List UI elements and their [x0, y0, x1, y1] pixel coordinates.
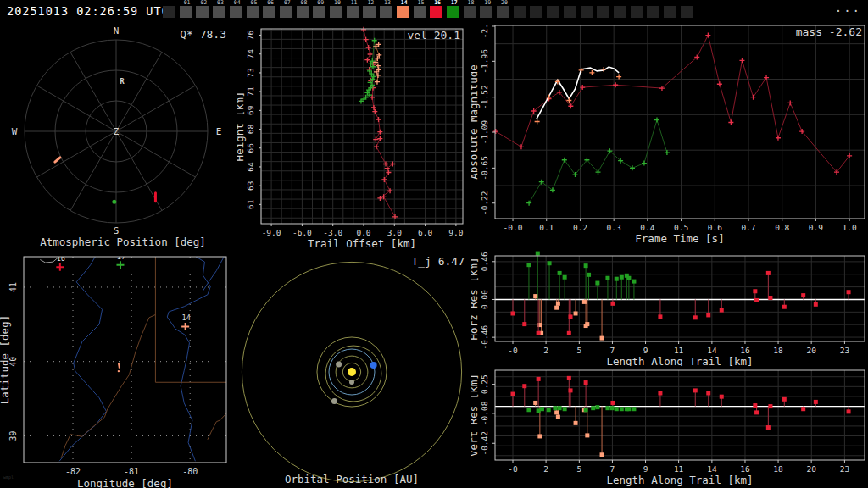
- frame-box-label: 17: [451, 0, 458, 6]
- watermark: wmpl: [3, 474, 14, 480]
- frame-box-11[interactable]: [347, 6, 359, 18]
- horz-res-red: [511, 271, 851, 336]
- frame-box-label: 03: [217, 0, 224, 6]
- tick-labels: -025791114161820230.25-0.08-0.42: [480, 374, 849, 474]
- frame-box-01[interactable]: [180, 6, 192, 18]
- map-chart: 161714-82-81-80414039Longitude [deg]Lati…: [0, 251, 237, 488]
- horz-res-panel: -025791114161820230.460.00-0.46Length Al…: [471, 251, 868, 366]
- frame-box-label: 18: [468, 0, 475, 6]
- zenith-label: Z: [114, 126, 120, 137]
- compass-e: E: [216, 126, 222, 137]
- frame-range-underline: [263, 19, 461, 19]
- frame-box-u22[interactable]: [530, 6, 542, 18]
- light-curve-red: [493, 33, 852, 175]
- station-marker-label: 14: [182, 313, 191, 322]
- frame-box-03[interactable]: [213, 6, 225, 18]
- light-curve-orange: [535, 67, 621, 125]
- river-0: [59, 257, 106, 461]
- frame-box-16[interactable]: [430, 6, 442, 18]
- tisserand-stat: T_j 6.47: [411, 255, 465, 268]
- svg-text:73: 73: [246, 68, 255, 77]
- svg-text:-9.0: -9.0: [262, 228, 281, 237]
- gridlines: [495, 370, 865, 460]
- svg-text:11: 11: [674, 464, 684, 474]
- svg-text:-0.08: -0.08: [480, 401, 489, 425]
- frame-box-14[interactable]: [397, 6, 409, 18]
- frame-box-06[interactable]: [263, 6, 275, 18]
- svg-text:-82: -82: [65, 467, 81, 476]
- frame-box-label: 10: [334, 0, 341, 6]
- svg-text:68: 68: [246, 125, 255, 135]
- svg-text:1.0: 1.0: [843, 223, 857, 232]
- map-grid: [24, 257, 226, 463]
- magnitude-stat: mass -2.62: [796, 25, 862, 38]
- frame-box-u0[interactable]: [163, 6, 175, 18]
- frame-box-15[interactable]: [414, 6, 426, 18]
- svg-text:6.0: 6.0: [418, 228, 432, 237]
- x-axis-title: Trail Offset [km]: [308, 237, 416, 250]
- frame-box-u28[interactable]: [631, 6, 643, 18]
- frame-box-label: 12: [367, 0, 374, 6]
- frame-box-u27[interactable]: [614, 6, 626, 18]
- svg-text:0.6: 0.6: [708, 223, 722, 232]
- frame-box-02[interactable]: [196, 6, 209, 18]
- frame-box-19[interactable]: [480, 6, 492, 18]
- svg-text:61: 61: [246, 199, 255, 209]
- frame-box-u30[interactable]: [664, 6, 676, 18]
- axes-frame: [495, 370, 865, 460]
- svg-text:-0.0: -0.0: [504, 223, 523, 232]
- vert_res-chart: -025791114161820230.25-0.08-0.42Length A…: [471, 366, 868, 488]
- svg-text:-80: -80: [182, 467, 198, 476]
- svg-text:9: 9: [643, 464, 648, 474]
- svg-text:-0.42: -0.42: [480, 431, 489, 456]
- lake-shore: [40, 258, 58, 263]
- utc-timestamp: 20251013 02:26:59 UTC: [7, 4, 170, 18]
- svg-text:0.5: 0.5: [674, 223, 688, 232]
- frame-box-label: 04: [234, 0, 241, 6]
- frame-box-u29[interactable]: [647, 6, 659, 18]
- frame-box-label: 14: [401, 0, 408, 6]
- svg-text:2: 2: [543, 346, 548, 355]
- frame-box-u23[interactable]: [547, 6, 559, 18]
- x-axis-title: Frame Time [s]: [635, 232, 724, 245]
- trail-offset-panel: -9.0-6.0-3.00.03.06.09.06163646668697173…: [237, 24, 471, 251]
- frame-box-u31[interactable]: [681, 6, 693, 18]
- frame-box-label: 15: [418, 0, 425, 6]
- frame-box-08[interactable]: [297, 6, 309, 18]
- frame-box-07[interactable]: [280, 6, 292, 18]
- svg-text:20: 20: [806, 464, 816, 474]
- frame-box-u25[interactable]: [581, 6, 593, 18]
- fit-curve-white: [537, 67, 619, 119]
- frame-box-label: 08: [301, 0, 308, 6]
- magnitude-chart: -0.00.10.20.30.40.50.60.70.80.91.0-2.39-…: [471, 24, 868, 251]
- svg-text:-0.65: -0.65: [480, 156, 489, 180]
- frame-box-u26[interactable]: [597, 6, 609, 18]
- frame-box-09[interactable]: [313, 6, 326, 18]
- svg-text:16: 16: [740, 346, 750, 355]
- svg-text:66: 66: [246, 143, 255, 153]
- frame-box-05[interactable]: [247, 6, 259, 18]
- frame-box-04[interactable]: [230, 6, 242, 18]
- frame-box-u24[interactable]: [564, 6, 576, 18]
- menu-ellipsis-button[interactable]: ...: [835, 1, 861, 14]
- svg-text:0.7: 0.7: [741, 223, 755, 232]
- frame-box-18[interactable]: [464, 6, 476, 18]
- frame-box-20[interactable]: [497, 6, 509, 18]
- state-border-2: [208, 413, 226, 440]
- svg-text:9.0: 9.0: [448, 228, 463, 237]
- station-1-trail: [373, 42, 381, 84]
- frame-box-label: 01: [184, 0, 191, 6]
- svg-text:7: 7: [610, 464, 615, 474]
- frame-box-10[interactable]: [330, 6, 342, 18]
- frame-box-label: 16: [434, 0, 441, 6]
- frame-box-u21[interactable]: [514, 6, 526, 18]
- trail-stat: vel 20.1: [407, 29, 460, 42]
- sun: [348, 368, 356, 376]
- frame-box-17[interactable]: [447, 6, 459, 18]
- tick-labels: -025791114161820230.460.00-0.46: [480, 252, 849, 355]
- vert-res-panel: -025791114161820230.25-0.08-0.42Length A…: [471, 366, 868, 488]
- svg-text:-3.0: -3.0: [323, 228, 342, 237]
- map-x-title: Longitude [deg]: [77, 477, 173, 488]
- frame-box-13[interactable]: [380, 6, 392, 18]
- frame-box-12[interactable]: [363, 6, 376, 18]
